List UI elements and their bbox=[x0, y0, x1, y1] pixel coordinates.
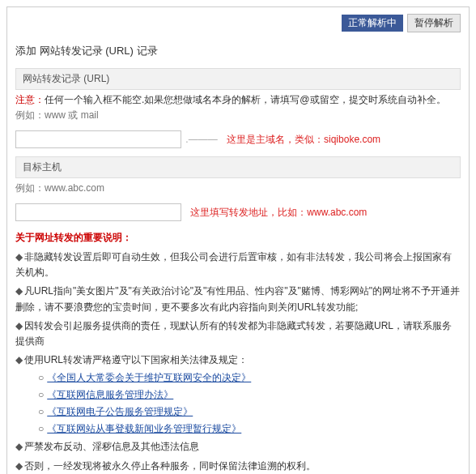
law-link-3[interactable]: 《互联网电子公告服务管理规定》 bbox=[47, 406, 193, 417]
normal-parse-button[interactable]: 正常解析中 bbox=[342, 15, 403, 32]
important-title: 关于网址转发的重要说明： bbox=[15, 224, 461, 248]
law-link-4[interactable]: 《互联网站从事登载新闻业务管理暂行规定》 bbox=[47, 423, 241, 434]
law-link-1[interactable]: 《全国人大常委会关于维护互联网安全的决定》 bbox=[47, 372, 251, 383]
section-url-header: 网站转发记录 (URL) bbox=[15, 68, 461, 90]
pause-parse-button[interactable]: 暂停解析 bbox=[407, 14, 461, 32]
example-2: 例如：www.abc.com bbox=[15, 178, 461, 200]
hint-1: 这里是主域名，类似：siqiboke.com bbox=[227, 134, 380, 145]
section-target-header: 目标主机 bbox=[15, 156, 461, 178]
subdomain-input[interactable] bbox=[15, 130, 181, 148]
hint-2: 这里填写转发地址，比如：www.abc.com bbox=[190, 207, 367, 218]
page-title: 添加 网站转发记录 (URL) 记录 bbox=[15, 39, 461, 63]
law-link-2[interactable]: 《互联网信息服务管理办法》 bbox=[47, 389, 173, 400]
target-input[interactable] bbox=[15, 203, 181, 221]
example-1: 例如：www 或 mail bbox=[15, 109, 461, 127]
important-list: ◆非隐藏转发设置后即可自动生效，但我公司会进行后置审核，如有非法转发，我公司将会… bbox=[15, 248, 461, 474]
domain-suffix: .——— bbox=[185, 134, 217, 145]
notice-text: 注意：任何一个输入框不能空.如果您想做域名本身的解析，请填写@或留空，提交时系统… bbox=[15, 90, 461, 109]
